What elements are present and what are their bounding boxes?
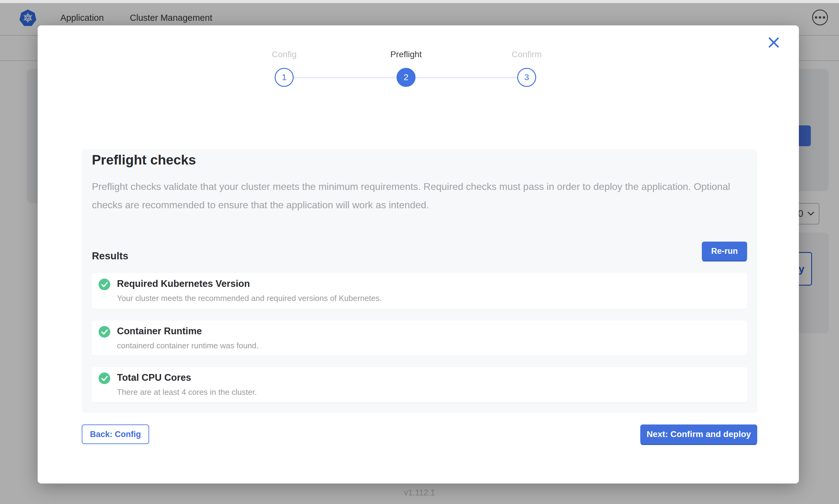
check-description: containerd container runtime was found. — [117, 341, 747, 350]
preflight-check-row: Required Kubernetes Version Your cluster… — [92, 273, 747, 309]
screen: Application Cluster Management 0 y v1.11… — [0, 0, 839, 504]
rerun-button[interactable]: Re-run — [702, 241, 747, 260]
results-heading: Results — [92, 250, 128, 262]
preflight-check-row: Container Runtime containerd container r… — [92, 321, 747, 356]
check-circle-icon — [99, 326, 110, 338]
preflight-description: Preflight checks validate that your clus… — [92, 177, 732, 214]
check-title: Required Kubernetes Version — [117, 278, 747, 290]
check-description: There are at least 4 cores in the cluste… — [117, 387, 747, 397]
page-title: Preflight checks — [92, 152, 196, 167]
step-connector — [294, 77, 396, 78]
step-label-confirm: Confirm — [481, 50, 572, 59]
step-circle-2[interactable]: 2 — [396, 68, 415, 87]
step-label-config: Config — [238, 50, 330, 59]
next-confirm-deploy-button[interactable]: Next: Confirm and deploy — [640, 425, 757, 444]
step-label-preflight: Preflight — [360, 50, 452, 59]
check-circle-icon — [99, 373, 110, 384]
back-config-button[interactable]: Back: Config — [82, 425, 149, 444]
step-connector — [415, 77, 517, 78]
check-title: Container Runtime — [117, 325, 747, 337]
close-icon[interactable] — [767, 36, 781, 49]
preflight-card: Preflight checks Preflight checks valida… — [82, 149, 757, 413]
step-circle-1[interactable]: 1 — [275, 68, 294, 87]
preflight-check-row: Total CPU Cores There are at least 4 cor… — [92, 367, 747, 402]
step-circle-3[interactable]: 3 — [517, 68, 536, 87]
check-title: Total CPU Cores — [117, 372, 747, 383]
preflight-modal: Config Preflight Confirm 1 2 3 Preflight… — [38, 25, 799, 484]
check-description: Your cluster meets the recommended and r… — [117, 293, 747, 303]
top-strip — [0, 0, 839, 3]
check-circle-icon — [99, 278, 110, 290]
